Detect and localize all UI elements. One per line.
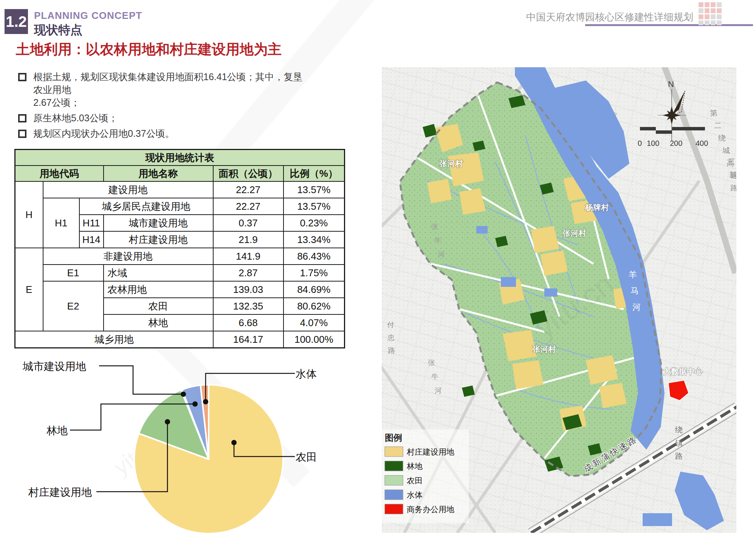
map-label-char: 张 — [428, 359, 435, 367]
poi-label-datacenter: 大数据中心 — [663, 367, 703, 376]
bullet-item: 规划区内现状办公用地0.37公顷。 — [18, 127, 305, 140]
pie-label-farmland: 农田 — [296, 450, 317, 464]
legend-label: 水体 — [407, 491, 423, 499]
map-label-char: 路 — [675, 452, 683, 460]
map-label-char: 新 — [729, 171, 736, 179]
bullet-item: 原生林地5.03公顷； — [18, 111, 305, 124]
bullet-item: 根据土规，规划区现状集体建设用地面积16.41公顷；其中，复垦农业用地2.67公… — [18, 70, 305, 109]
table-cell: 非建设用地 — [43, 248, 213, 265]
map-label-char: 河 — [435, 387, 442, 395]
table-cell: 86.43% — [284, 248, 345, 265]
legend-swatch — [385, 461, 403, 471]
document-title: 中国天府农博园核心区修建性详细规划 — [526, 11, 693, 24]
table-cell: 139.03 — [213, 281, 284, 298]
table-cell: 比例（%） — [284, 166, 345, 181]
table-cell: 农林用地 — [104, 281, 213, 298]
pie-label-urban: 城市建设用地 — [23, 359, 86, 374]
map-label-char: 第 — [710, 109, 717, 117]
logo-grid-icon — [699, 2, 722, 26]
village-label-yangpai: 杨牌村 — [585, 203, 609, 212]
road-label-raozhen: 绕镇路 — [675, 426, 683, 460]
legend-label: 农田 — [407, 476, 423, 485]
dot-water — [203, 399, 208, 404]
table-cell: 0.37 — [213, 215, 284, 231]
map-label-char: 绕 — [675, 426, 683, 434]
table-cell: 13.57% — [284, 198, 345, 215]
village-label-zhanghe-3: 张河村 — [532, 345, 556, 353]
land-use-table-body: 现状用地统计表用地代码用地名称面积（公顷）比例（%）H建设用地22.2713.5… — [15, 150, 345, 348]
header-rule — [585, 24, 753, 26]
scale-tick: 0 — [638, 139, 642, 147]
map-label-char: 路 — [730, 184, 736, 192]
map-label-char: 忠 — [387, 334, 395, 342]
map-label-char: 张 — [431, 223, 438, 231]
pie-label-forest: 林地 — [46, 424, 68, 438]
legend-swatch — [385, 475, 403, 485]
bullet-text: 根据土规，规划区现状集体建设用地面积16.41公顷；其中，复垦农业用地2.67公… — [33, 70, 305, 109]
pie-slices — [134, 385, 283, 534]
map-legend: 图例 村庄建设用地林地农田水体商务办公用地 — [382, 429, 469, 523]
table-cell: 100.00% — [284, 331, 345, 348]
bullet-square-icon — [18, 130, 26, 138]
table-cell: E — [15, 248, 43, 331]
table-cell: 水域 — [104, 265, 213, 281]
legend-label: 村庄建设用地 — [406, 447, 454, 456]
table-cell: 村庄建设用地 — [104, 231, 213, 248]
table-cell: 城乡居民点建设用地 — [79, 198, 213, 215]
table-cell: 建设用地 — [43, 181, 213, 198]
bullet-square-icon — [18, 73, 26, 81]
legend-title: 图例 — [385, 433, 402, 443]
table-cell: 农田 — [104, 298, 213, 314]
map-label-char: 镇 — [675, 439, 683, 447]
page-title: 土地利用：以农林用地和村庄建设用地为主 — [16, 40, 282, 59]
legend-swatch — [385, 447, 403, 457]
pie-label-village: 村庄建设用地 — [28, 485, 92, 500]
table-cell: 用地名称 — [104, 166, 213, 181]
table-cell: E2 — [43, 281, 104, 331]
table-cell: 用地代码 — [15, 166, 104, 181]
map-label-char: 路 — [388, 347, 395, 354]
section-kicker: PLANNING CONCEPT — [34, 10, 142, 22]
dot-forest — [192, 401, 198, 407]
village-label-zhanghe-1: 张河村 — [439, 159, 463, 168]
table-cell: H — [15, 181, 43, 248]
slide: { "header": { "badge": "1.2", "kicker": … — [0, 0, 756, 534]
map-label-char: 马 — [631, 286, 639, 296]
table-cell: 132.35 — [213, 298, 284, 314]
section-title: 现状特点 — [34, 22, 82, 39]
map-label-char: 牛 — [431, 373, 438, 381]
table-cell: 现状用地统计表 — [15, 150, 345, 166]
table-cell: H11 — [79, 215, 104, 231]
map-label-char: 付 — [387, 321, 394, 329]
table-cell: 0.23% — [284, 215, 345, 231]
land-use-table: 现状用地统计表用地代码用地名称面积（公顷）比例（%）H建设用地22.2713.5… — [14, 149, 345, 348]
scale-tick: 400 — [696, 139, 708, 147]
map-label-char: 牛 — [434, 237, 442, 245]
map-label-char: 三 — [728, 158, 735, 166]
bullet-text: 规划区内现状办公用地0.37公顷。 — [33, 127, 175, 140]
legend-label: 林地 — [406, 462, 423, 471]
table-cell: 4.07% — [284, 314, 345, 331]
table-cell: 1.75% — [284, 265, 345, 281]
legend-swatch — [385, 490, 403, 500]
section-number-badge: 1.2 — [5, 9, 28, 34]
bullet-text: 原生林地5.03公顷； — [33, 111, 118, 124]
scale-tick: 200 — [670, 139, 682, 147]
table-cell: 城市建设用地 — [104, 215, 213, 231]
table-cell: 13.34% — [284, 231, 345, 248]
table-cell: E1 — [43, 265, 104, 281]
map-label-char: 绕 — [718, 134, 726, 142]
table-cell: 22.27 — [213, 181, 284, 198]
map-label-char: 城 — [722, 146, 730, 155]
table-cell: H14 — [79, 231, 104, 248]
dot-village — [165, 419, 170, 424]
table-cell: 13.57% — [284, 181, 345, 198]
site-map-svg: N 0 100 200 400 付忠路 张牛河 张牛河 羊马河 第二绕城高速 三 — [382, 67, 736, 533]
table-cell: 80.62% — [284, 298, 345, 314]
table-cell: H1 — [43, 198, 79, 248]
bullet-square-icon — [18, 114, 26, 122]
legend-label: 商务办公用地 — [407, 505, 454, 514]
north-label: N — [668, 79, 674, 89]
table-cell: 2.87 — [213, 265, 284, 281]
table-cell: 84.69% — [284, 281, 345, 298]
